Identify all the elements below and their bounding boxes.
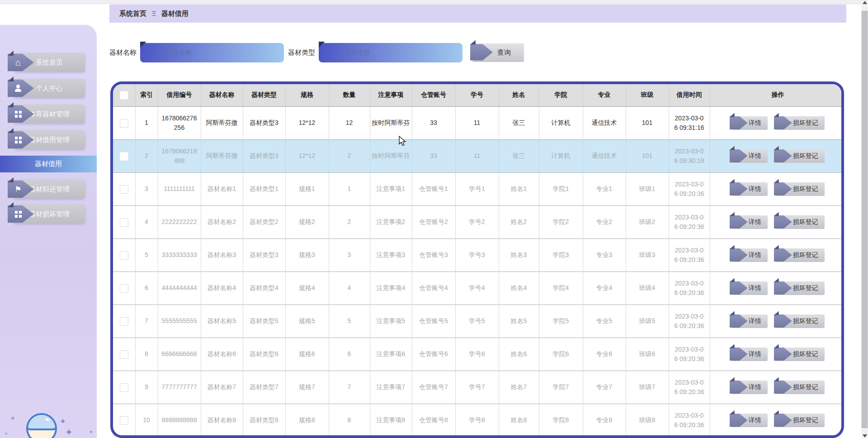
select-all-checkbox[interactable]	[120, 91, 128, 100]
scroll-down-arrow-icon[interactable]	[863, 434, 867, 438]
scroll-up-arrow-icon[interactable]	[863, 1, 867, 4]
header-name: 姓名	[499, 84, 539, 106]
sidebar-item-personal-center[interactable]: 个人中心	[14, 79, 85, 98]
damage-register-button[interactable]: 损坏登记	[776, 248, 825, 262]
cell-warehouse-account: 仓管账号5	[412, 305, 455, 338]
row-checkbox[interactable]	[120, 317, 128, 326]
cell-student-no: 学号8	[455, 404, 499, 437]
row-checkbox[interactable]	[120, 251, 128, 260]
cell-major: 专业1	[583, 172, 626, 205]
button-fold-icon	[730, 245, 735, 249]
cell-equipment-type: 器材类型4	[243, 271, 285, 305]
breadcrumb-home[interactable]: 系统首页	[119, 10, 146, 18]
detail-button[interactable]: 详情	[731, 149, 768, 163]
button-fold-icon	[774, 377, 779, 381]
cell-index: 8	[135, 338, 158, 371]
row-select-cell	[113, 371, 135, 404]
detail-button[interactable]: 详情	[731, 116, 768, 130]
table-row[interactable]: 31111111111器材名称1器材类型1规格11注意事项1仓管账号1学号1姓名…	[113, 172, 844, 205]
damage-register-button[interactable]: 损坏登记	[776, 414, 825, 427]
cell-quantity: 3	[329, 238, 370, 271]
damage-register-button[interactable]: 损坏登记	[776, 314, 825, 328]
button-fold-icon	[774, 113, 779, 117]
row-checkbox[interactable]	[120, 152, 128, 161]
cell-index: 3	[135, 172, 158, 205]
cell-warehouse-account: 仓管账号1	[412, 172, 455, 205]
equipment-borrow-page: ⌂ 系统首页 个人中心 体育器材管理 器材借用管理 器材借用 ⚑ 器材归还管理	[0, 0, 868, 438]
row-checkbox[interactable]	[120, 218, 128, 227]
table-row[interactable]: 97777777777器材名称7器材类型7规格77注意事项7仓管账号7学号7姓名…	[113, 371, 844, 404]
sidebar-item-equipment-borrow-active[interactable]: 器材借用	[0, 156, 97, 172]
detail-button[interactable]: 详情	[731, 348, 768, 361]
cell-student-no: 学号1	[455, 172, 499, 205]
sidebar-item-damage-mgmt[interactable]: 器材损坏管理	[14, 205, 85, 224]
cell-borrow-time: 2023-03-06 09:20:36	[669, 271, 710, 305]
cell-major: 专业8	[583, 404, 626, 437]
sidebar-item-return-mgmt[interactable]: ⚑ 器材归还管理	[14, 180, 85, 199]
cell-class: 班级3	[626, 238, 669, 271]
sidebar-item-system-home[interactable]: ⌂ 系统首页	[14, 53, 85, 72]
cell-equipment-type: 器材类型2	[243, 205, 285, 238]
cell-spec: 规格5	[285, 305, 329, 338]
detail-button[interactable]: 详情	[731, 414, 768, 427]
sidebar-item-sports-equipment-mgmt[interactable]: 体育器材管理	[14, 105, 85, 124]
cell-equipment-name: 器材名称5	[201, 305, 243, 338]
cell-equipment-name: 器材名称8	[201, 404, 243, 437]
damage-register-button[interactable]: 损坏登记	[776, 281, 825, 295]
cell-quantity: 6	[329, 338, 370, 371]
cell-class: 班级4	[626, 271, 669, 305]
row-checkbox[interactable]	[120, 119, 128, 128]
table-row[interactable]: 11678066276256阿斯蒂芬撒器材类型312*1212按时阿斯蒂芬331…	[113, 106, 844, 139]
scrollbar-thumb[interactable]	[862, 11, 868, 428]
cell-spec: 规格8	[285, 404, 329, 437]
row-checkbox[interactable]	[120, 383, 128, 392]
table-row[interactable]: 53333333333器材名称3器材类型3规格33注意事项3仓管账号3学号3姓名…	[113, 238, 844, 271]
equipment-name-input[interactable]	[140, 43, 284, 62]
cell-equipment-name: 器材名称1	[201, 172, 243, 205]
detail-button[interactable]: 详情	[731, 281, 768, 295]
sidebar-item-borrow-mgmt[interactable]: 器材借用管理	[14, 130, 85, 149]
damage-register-button[interactable]: 损坏登记	[776, 348, 825, 361]
detail-button[interactable]: 详情	[731, 381, 768, 394]
cell-actions: 详情损坏登记	[710, 172, 844, 205]
table-row[interactable]: 75555555555器材名称5器材类型5规格55注意事项5仓管账号5学号5姓名…	[113, 305, 844, 338]
cell-warehouse-account: 仓管账号8	[412, 404, 455, 437]
damage-register-button[interactable]: 损坏登记	[776, 215, 825, 229]
equipment-name-input-wrap	[140, 43, 284, 62]
equipment-type-input[interactable]	[319, 43, 462, 62]
cell-college: 学院5	[539, 305, 583, 338]
sparkle-diamond: ◆	[11, 415, 14, 421]
table-row[interactable]: 64444444444器材名称4器材类型4规格44注意事项4仓管账号4学号4姓名…	[113, 271, 844, 305]
cell-equipment-type: 器材类型3	[243, 238, 285, 271]
damage-register-button[interactable]: 损坏登记	[776, 381, 825, 394]
sparkle-star-small: ✦	[4, 430, 9, 437]
table-row[interactable]: 108888888888器材名称8器材类型8规格88注意事项8仓管账号8学号8姓…	[113, 404, 844, 437]
table-row[interactable]: 21678066218488阿斯蒂芬撒器材类型312*122按时阿斯蒂芬3311…	[113, 139, 844, 172]
cell-college: 学院8	[539, 404, 583, 437]
row-checkbox[interactable]	[120, 284, 128, 293]
detail-button[interactable]: 详情	[731, 215, 768, 229]
detail-button[interactable]: 详情	[731, 248, 768, 262]
detail-button[interactable]: 详情	[731, 314, 768, 328]
cell-major: 通信技术	[583, 106, 626, 139]
menu-arrow	[8, 202, 34, 226]
row-checkbox[interactable]	[120, 185, 128, 194]
cell-actions: 详情损坏登记	[710, 371, 844, 404]
row-checkbox[interactable]	[120, 416, 128, 425]
cell-index: 9	[135, 371, 158, 404]
damage-register-button[interactable]: 损坏登记	[776, 116, 825, 130]
table-row[interactable]: 86666666666器材名称6器材类型6规格66注意事项6仓管账号6学号6姓名…	[113, 338, 844, 371]
header-warehouse-account: 仓管账号	[412, 84, 455, 106]
vertical-scrollbar	[861, 0, 868, 438]
table-row[interactable]: 42222222222器材名称2器材类型2规格22注意事项2仓管账号2学号2姓名…	[113, 205, 844, 238]
cell-quantity: 12	[329, 106, 370, 139]
breadcrumb-current: 器材借用	[161, 10, 189, 18]
query-button[interactable]: 查询	[472, 43, 524, 62]
damage-register-button[interactable]: 损坏登记	[776, 182, 825, 196]
cell-borrow-no: 3333333333	[158, 238, 201, 271]
cell-class: 101	[626, 139, 669, 172]
damage-register-button[interactable]: 损坏登记	[776, 149, 825, 163]
detail-button[interactable]: 详情	[731, 182, 768, 196]
button-fold-icon	[774, 410, 779, 414]
row-checkbox[interactable]	[120, 350, 128, 359]
